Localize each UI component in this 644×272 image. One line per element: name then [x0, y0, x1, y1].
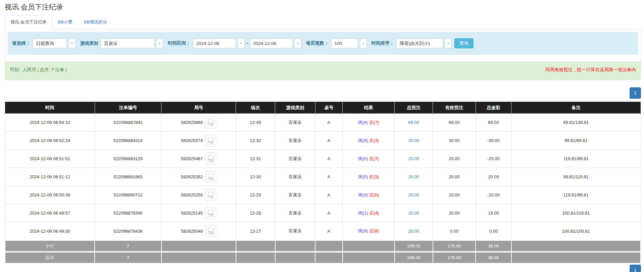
cell-bet-no: 522096887842 — [95, 114, 161, 132]
video-replay-button[interactable] — [205, 152, 216, 165]
cell-round-no: 582625145 — [161, 204, 236, 222]
video-replay-button[interactable] — [205, 225, 216, 237]
cell-time: 2024-12-06 06:54:10 — [5, 114, 95, 132]
cell-total-bet: 20.00 — [395, 150, 433, 168]
total-bet-link[interactable]: 30.00 — [408, 138, 419, 143]
query-type-label: 请选择： — [12, 40, 30, 46]
subtotal-total-bet: 199.00 — [395, 240, 433, 252]
cell-total-bet: 20.00 — [395, 186, 433, 204]
page-button-1-bottom[interactable]: 1 — [630, 265, 641, 272]
date-from-dropdown-button[interactable]: ▼ — [238, 39, 245, 48]
header-bet-no: 注单编号 — [95, 102, 161, 114]
header-valid-bet: 有效投注 — [433, 102, 476, 114]
summary-bar: 币别 : 人民币 | 总共 :7 注单 | 同局有效投注，统一计算在该局第一张注… — [5, 62, 641, 80]
tab-betting-records[interactable]: 视讯 会员下注纪录 — [5, 15, 52, 29]
cell-valid-bet: 20.00 — [433, 186, 476, 204]
video-clip-icon — [208, 192, 214, 198]
result-player: 闲(8) — [358, 228, 368, 233]
grand-total-label: 总计 — [5, 252, 95, 263]
page-size-dropdown-button[interactable]: ▼ — [360, 39, 367, 48]
cell-valid-bet: 69.00 — [433, 114, 476, 132]
header-note: 备注 — [511, 102, 641, 114]
total-bet-link[interactable]: 20.00 — [408, 192, 419, 197]
total-bet-link[interactable]: 20.00 — [408, 211, 419, 216]
header-time: 时间 — [5, 102, 95, 114]
video-clip-icon — [208, 174, 214, 180]
header-total-bet: 总投注 — [395, 102, 433, 114]
video-replay-button[interactable] — [205, 189, 216, 201]
time-order-dropdown-button[interactable]: ▼ — [445, 39, 452, 48]
cell-result: 闲(5) 庄(3) — [343, 168, 395, 186]
cell-total-bet: 20.00 — [395, 204, 433, 222]
summary-left-text: 币别 : 人民币 | 总共 :7 注单 | — [10, 67, 67, 73]
cell-game: 百家乐 — [275, 204, 315, 222]
cell-session: 12-27 — [236, 222, 275, 240]
date-from-select[interactable]: 2024-12-06 ▼ — [193, 39, 245, 48]
result-banker: 庄(3) — [369, 174, 379, 179]
game-category-dropdown-button[interactable]: ▼ — [156, 39, 163, 48]
result-banker: 庄(3) — [369, 138, 379, 143]
cell-payout: 20.00 — [476, 168, 511, 186]
grand-total-total-bet: 199.00 — [395, 252, 433, 263]
game-category-select[interactable]: 百家乐 ▼ — [101, 39, 163, 48]
betting-records-table: 时间 注单编号 局号 场次 游戏类别 桌号 结果 总投注 有效投注 总派彩 备注… — [5, 102, 641, 264]
total-bet-link[interactable]: 20.00 — [408, 174, 419, 179]
video-replay-button[interactable] — [205, 134, 216, 147]
total-bet-link[interactable]: 20.00 — [408, 156, 419, 161]
date-to-value[interactable]: 2024-12-06 — [250, 39, 293, 48]
video-clip-icon — [208, 228, 214, 234]
cell-session: 12-35 — [236, 114, 275, 132]
video-replay-button[interactable] — [205, 116, 216, 129]
table-header: 时间 注单编号 局号 场次 游戏类别 桌号 结果 总投注 有效投注 总派彩 备注 — [5, 102, 641, 114]
total-bet-link[interactable]: 69.00 — [408, 120, 419, 125]
cell-game: 百家乐 — [275, 132, 315, 150]
video-replay-button[interactable] — [205, 207, 216, 219]
page-size-select[interactable]: 100 ▼ — [331, 39, 367, 48]
cell-bet-no: 522096881863 — [95, 168, 161, 186]
query-type-dropdown-button[interactable]: ▼ — [68, 39, 76, 48]
video-clip-icon — [208, 119, 214, 126]
cell-total-bet: 20.00 — [395, 168, 433, 186]
cell-total-bet: 20.00 — [395, 222, 433, 240]
cell-game: 百家乐 — [275, 186, 315, 204]
query-type-value[interactable]: 日期查询 — [33, 39, 67, 48]
cell-payout: 19.00 — [476, 204, 511, 222]
time-order-value[interactable]: 降幂(由大到小) — [396, 39, 443, 48]
query-type-select[interactable]: 日期查询 ▼ — [33, 39, 76, 48]
cell-note: 69.81/138.81 — [511, 114, 641, 132]
date-to-dropdown-button[interactable]: ▼ — [294, 39, 301, 48]
cell-result: 闲(8) 庄(8) — [343, 222, 395, 240]
cell-time: 2024-12-06 06:50:38 — [5, 186, 95, 204]
page-button-1[interactable]: 1 — [630, 87, 641, 99]
time-order-select[interactable]: 降幂(由大到小) ▼ — [396, 39, 452, 48]
tab-bar: 视讯 会员下注纪录 BB小费 BB视讯积分 — [5, 15, 641, 29]
pagination-bottom: 1 — [630, 265, 641, 272]
cell-table-no: A — [315, 168, 342, 186]
cell-session: 12-29 — [236, 186, 275, 204]
video-replay-button[interactable] — [205, 171, 216, 183]
date-range-label: 时间区间： — [168, 40, 191, 46]
cell-time: 2024-12-06 06:51:51 — [5, 150, 95, 168]
result-banker: 庄(8) — [369, 228, 379, 233]
header-payout: 总派彩 — [476, 102, 511, 114]
date-from-value[interactable]: 2024-12-06 — [193, 39, 236, 48]
header-result: 结果 — [343, 102, 395, 114]
search-button[interactable]: 查询 — [454, 38, 474, 48]
cell-bet-no: 522096879390 — [95, 204, 161, 222]
tab-bb-video-points[interactable]: BB视讯积分 — [78, 15, 113, 29]
date-to-select[interactable]: 2024-12-06 ▼ — [250, 39, 301, 48]
video-clip-icon — [208, 155, 214, 162]
tab-bb-tips[interactable]: BB小费 — [52, 15, 78, 29]
header-session: 场次 — [236, 102, 275, 114]
cell-payout: 0.00 — [476, 222, 511, 240]
game-category-value[interactable]: 百家乐 — [101, 39, 154, 48]
cell-total-bet: 30.00 — [395, 132, 433, 150]
cell-session: 12-31 — [236, 150, 275, 168]
cell-total-bet: 69.00 — [395, 114, 433, 132]
total-bet-link[interactable]: 20.00 — [408, 229, 419, 234]
cell-time: 2024-12-06 06:49:30 — [5, 222, 95, 240]
cell-note: 100.81/119.81 — [511, 204, 641, 222]
cell-time: 2024-12-06 06:51:12 — [5, 168, 95, 186]
cell-result: 闲(9) 庄(3) — [343, 132, 395, 150]
page-size-value[interactable]: 100 — [331, 39, 358, 48]
